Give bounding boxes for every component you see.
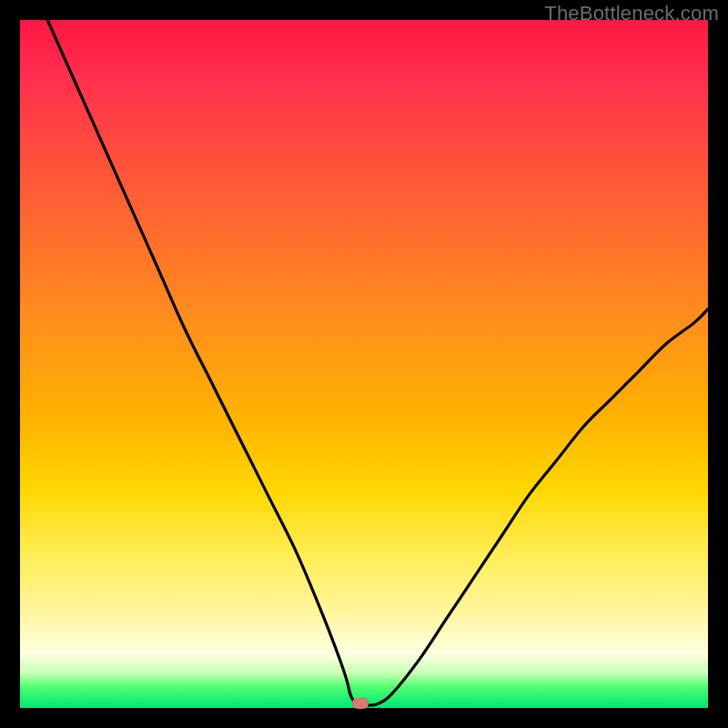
watermark-text: TheBottleneck.com: [544, 2, 719, 25]
chart-frame: TheBottleneck.com: [0, 0, 728, 728]
curve-path: [47, 20, 708, 705]
plot-area: [20, 20, 708, 708]
bottleneck-curve: [20, 20, 708, 708]
minimum-marker: [352, 698, 369, 709]
